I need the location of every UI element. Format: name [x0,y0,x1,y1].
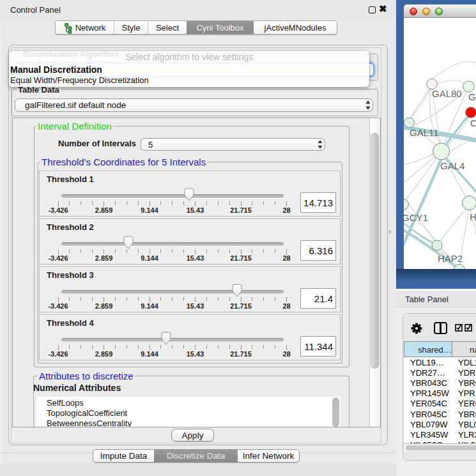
svg-text:GAL4: GAL4 [440,160,464,171]
svg-text:H: H [470,211,476,222]
svg-text:GA: GA [468,91,476,102]
svg-text:GCY1: GCY1 [404,212,428,223]
svg-text:C: C [470,118,476,128]
svg-text:HAP2: HAP2 [438,253,463,264]
svg-text:GAL80: GAL80 [432,88,462,99]
svg-text:GAL11: GAL11 [410,127,439,138]
